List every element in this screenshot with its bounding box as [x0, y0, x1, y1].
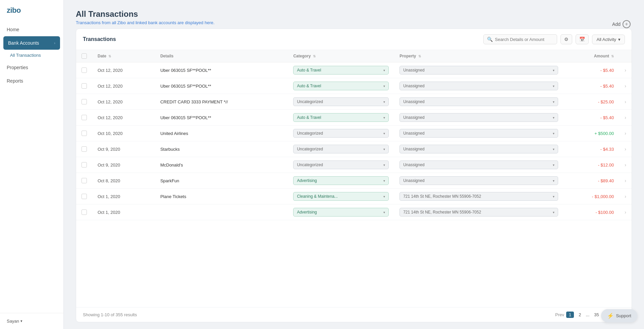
row-category-2[interactable]: Uncategorized ▾ — [288, 94, 394, 110]
row-details-3: Uber 063015 SF**POOL** — [155, 110, 288, 126]
row-property-4[interactable]: Unassigned ▾ — [394, 126, 564, 141]
row-expand-9[interactable]: › — [619, 204, 632, 220]
calendar-button[interactable]: 📅 — [576, 34, 589, 44]
property-select-4[interactable]: Unassigned ▾ — [399, 129, 558, 138]
category-select-7[interactable]: Advertising ▾ — [293, 176, 389, 185]
col-category[interactable]: Category ⇅ — [288, 50, 394, 62]
amount-value-4: + $500.00 — [594, 131, 614, 136]
card-footer: Showing 1-10 of 355 results Prev 1 2 ...… — [76, 307, 632, 322]
category-select-6[interactable]: Uncategorized ▾ — [293, 160, 389, 169]
category-select-0[interactable]: Auto & Travel ▾ — [293, 66, 389, 75]
row-checkbox-1[interactable] — [82, 83, 87, 89]
support-button[interactable]: ⚡ Support — [601, 309, 637, 322]
sidebar-item-bank-accounts[interactable]: Bank Accounts › — [3, 36, 60, 50]
sidebar-item-reports[interactable]: Reports — [0, 74, 63, 88]
col-amount[interactable]: Amount ⇅ — [564, 50, 619, 62]
row-category-0[interactable]: Auto & Travel ▾ — [288, 62, 394, 78]
prev-button[interactable]: Prev — [555, 312, 564, 317]
category-select-3[interactable]: Auto & Travel ▾ — [293, 113, 389, 122]
row-category-5[interactable]: Uncategorized ▾ — [288, 141, 394, 157]
page-35-button[interactable]: 35 — [591, 312, 601, 318]
row-category-7[interactable]: Advertising ▾ — [288, 173, 394, 189]
row-category-8[interactable]: Cleaning & Maintena... ▾ — [288, 189, 394, 204]
sidebar-item-home[interactable]: Home — [0, 23, 63, 36]
property-select-5[interactable]: Unassigned ▾ — [399, 145, 558, 153]
row-property-9[interactable]: 721 14th St NE, Rochester MN 55906-7052 … — [394, 204, 564, 220]
category-chevron-7: ▾ — [383, 179, 385, 183]
row-expand-2[interactable]: › — [619, 94, 632, 110]
property-chevron-6: ▾ — [553, 163, 554, 167]
table-container: Date ⇅ Details Category ⇅ Property ⇅ Amo… — [76, 50, 632, 307]
row-checkbox-7[interactable] — [82, 178, 87, 183]
user-menu[interactable]: Sayan ▾ — [0, 313, 63, 329]
category-value-1: Auto & Travel — [297, 84, 321, 88]
add-button[interactable]: Add + — [612, 20, 631, 28]
row-expand-6[interactable]: › — [619, 157, 632, 173]
row-amount-2: - $25.00 — [564, 94, 619, 110]
row-expand-7[interactable]: › — [619, 173, 632, 189]
property-value-4: Unassigned — [403, 131, 424, 136]
property-chevron-9: ▾ — [553, 210, 554, 214]
col-date[interactable]: Date ⇅ — [92, 50, 155, 62]
row-expand-1[interactable]: › — [619, 78, 632, 94]
property-select-1[interactable]: Unassigned ▾ — [399, 82, 558, 90]
page-1-button[interactable]: 1 — [566, 312, 574, 318]
row-category-6[interactable]: Uncategorized ▾ — [288, 157, 394, 173]
category-select-2[interactable]: Uncategorized ▾ — [293, 97, 389, 106]
row-category-4[interactable]: Uncategorized ▾ — [288, 126, 394, 141]
property-select-3[interactable]: Unassigned ▾ — [399, 113, 558, 122]
amount-value-3: - $5.40 — [600, 115, 614, 120]
row-checkbox-0[interactable] — [82, 67, 87, 73]
category-select-9[interactable]: Advertising ▾ — [293, 208, 389, 217]
row-expand-5[interactable]: › — [619, 141, 632, 157]
row-details-1: Uber 063015 SF**POOL** — [155, 78, 288, 94]
row-property-5[interactable]: Unassigned ▾ — [394, 141, 564, 157]
col-property[interactable]: Property ⇅ — [394, 50, 564, 62]
row-property-8[interactable]: 721 14th St NE, Rochester MN 55906-7052 … — [394, 189, 564, 204]
property-value-8: 721 14th St NE, Rochester MN 55906-7052 — [403, 194, 481, 199]
row-property-1[interactable]: Unassigned ▾ — [394, 78, 564, 94]
property-select-0[interactable]: Unassigned ▾ — [399, 66, 558, 75]
sidebar-item-all-transactions[interactable]: All Transactions — [0, 50, 63, 61]
page-2-button[interactable]: 2 — [576, 312, 584, 318]
category-select-4[interactable]: Uncategorized ▾ — [293, 129, 389, 138]
row-checkbox-6[interactable] — [82, 162, 87, 168]
property-select-8[interactable]: 721 14th St NE, Rochester MN 55906-7052 … — [399, 192, 558, 201]
row-checkbox-4[interactable] — [82, 131, 87, 136]
row-property-7[interactable]: Unassigned ▾ — [394, 173, 564, 189]
row-category-9[interactable]: Advertising ▾ — [288, 204, 394, 220]
row-expand-8[interactable]: › — [619, 189, 632, 204]
property-select-6[interactable]: Unassigned ▾ — [399, 160, 558, 169]
filter-button[interactable]: ⚙ — [560, 34, 572, 44]
row-checkbox-3[interactable] — [82, 115, 87, 120]
row-property-6[interactable]: Unassigned ▾ — [394, 157, 564, 173]
row-checkbox-9[interactable] — [82, 209, 87, 215]
row-category-3[interactable]: Auto & Travel ▾ — [288, 110, 394, 126]
select-all-checkbox[interactable] — [82, 53, 87, 59]
row-property-0[interactable]: Unassigned ▾ — [394, 62, 564, 78]
row-property-3[interactable]: Unassigned ▾ — [394, 110, 564, 126]
row-expand-0[interactable]: › — [619, 62, 632, 78]
category-select-1[interactable]: Auto & Travel ▾ — [293, 82, 389, 90]
property-select-2[interactable]: Unassigned ▾ — [399, 97, 558, 106]
row-checkbox-8[interactable] — [82, 194, 87, 199]
row-category-1[interactable]: Auto & Travel ▾ — [288, 78, 394, 94]
category-select-8[interactable]: Cleaning & Maintena... ▾ — [293, 192, 389, 201]
search-input[interactable] — [495, 37, 548, 42]
category-value-5: Uncategorized — [297, 147, 323, 151]
search-box[interactable]: 🔍 — [483, 34, 557, 44]
row-expand-3[interactable]: › — [619, 110, 632, 126]
property-select-7[interactable]: Unassigned ▾ — [399, 176, 558, 185]
add-label: Add — [612, 21, 621, 27]
row-checkbox-2[interactable] — [82, 99, 87, 104]
sidebar-item-properties[interactable]: Properties — [0, 61, 63, 74]
row-checkbox-5[interactable] — [82, 146, 87, 152]
table-row: Oct 10, 2020 United Airlines Uncategoriz… — [76, 126, 632, 141]
activity-dropdown[interactable]: All Activity ▾ — [592, 35, 625, 44]
col-details[interactable]: Details — [155, 50, 288, 62]
row-expand-4[interactable]: › — [619, 126, 632, 141]
row-amount-5: - $4.33 — [564, 141, 619, 157]
property-select-9[interactable]: 721 14th St NE, Rochester MN 55906-7052 … — [399, 208, 558, 217]
row-property-2[interactable]: Unassigned ▾ — [394, 94, 564, 110]
category-select-5[interactable]: Uncategorized ▾ — [293, 145, 389, 153]
